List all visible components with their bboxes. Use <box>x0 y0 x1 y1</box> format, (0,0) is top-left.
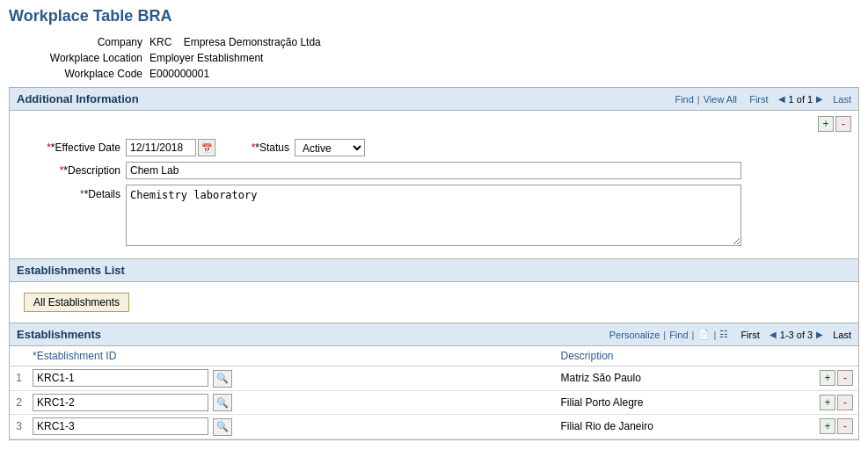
est-remove-btn[interactable]: - <box>837 418 853 434</box>
est-add-btn[interactable]: + <box>820 418 835 434</box>
first-label: First <box>749 94 768 105</box>
company-code: KRC <box>150 36 171 48</box>
est-add-btn[interactable]: + <box>820 370 835 386</box>
est-actions-cell: + - <box>814 390 858 415</box>
details-textarea[interactable] <box>126 185 741 246</box>
status-label: **Status <box>251 141 295 154</box>
est-prev-arrow[interactable]: ◀ <box>770 330 777 339</box>
est-search-btn[interactable]: 🔍 <box>213 394 232 411</box>
details-row: **Details <box>20 185 848 246</box>
establishments-list-wrapper: Establishments List All Establishments E… <box>10 258 858 439</box>
details-label: **Details <box>20 185 126 200</box>
workplace-code-value: E000000001 <box>150 68 209 80</box>
est-last-label: Last <box>833 330 851 340</box>
additional-info-nav: Find | View All First ◀ 1 of 1 ▶ Last <box>675 94 851 105</box>
establishments-header: Establishments Personalize | Find | 📄 | … <box>10 323 858 346</box>
remove-row-btn[interactable]: - <box>835 116 851 132</box>
establishments-nav: Personalize | Find | 📄 | ☷ First ◀ 1-3 o… <box>609 329 851 340</box>
company-value: KRC Empresa Demonstração Ltda <box>150 36 321 48</box>
all-establishments-btn[interactable]: All Establishments <box>24 293 129 312</box>
description-input[interactable] <box>126 162 741 179</box>
est-id-cell: 🔍 <box>27 366 555 391</box>
top-add-remove: + - <box>818 116 851 132</box>
est-id-cell: 🔍 <box>27 415 555 439</box>
est-description-cell: Matriz São Paulo <box>555 366 814 391</box>
status-label-text: *Status <box>255 141 289 154</box>
est-next-arrow[interactable]: ▶ <box>816 330 823 339</box>
est-search-btn[interactable]: 🔍 <box>213 370 232 388</box>
effective-date-label-text: *Effective Date <box>51 141 120 154</box>
row-num: 1 <box>10 366 27 391</box>
page-title: Workplace Table BRA <box>9 7 859 25</box>
est-id-input[interactable] <box>33 394 208 411</box>
calendar-btn[interactable]: 📅 <box>198 139 215 156</box>
view-all-link[interactable]: View All <box>704 94 737 105</box>
est-row-actions: + - <box>820 395 853 410</box>
establishments-title: Establishments <box>17 328 101 341</box>
table-row: 3 🔍 Filial Rio de Janeiro + - <box>10 415 858 439</box>
workplace-location-row: Workplace Location Employer Establishmen… <box>9 52 859 64</box>
form-fields: Company KRC Empresa Demonstração Ltda Wo… <box>9 36 859 80</box>
company-row: Company KRC Empresa Demonstração Ltda <box>9 36 859 48</box>
est-description-cell: Filial Porto Alegre <box>555 390 814 415</box>
est-remove-btn[interactable]: - <box>837 395 853 410</box>
est-id-cell: 🔍 <box>27 390 555 415</box>
establishments-list-header: Establishments List <box>10 259 858 282</box>
est-id-input[interactable] <box>33 369 208 387</box>
est-id-input[interactable] <box>33 417 208 435</box>
next-arrow[interactable]: ▶ <box>816 94 823 104</box>
est-row-actions: + - <box>820 418 853 434</box>
est-find-link[interactable]: Find <box>669 330 688 340</box>
workplace-location-value: Employer Establishment <box>150 52 263 64</box>
all-establishments-container: All Establishments <box>10 282 858 323</box>
col-actions <box>814 346 858 366</box>
col-establishment-id: *Establishment ID <box>27 346 555 366</box>
pagination: 1 of 1 <box>789 94 813 105</box>
est-personalize-link[interactable]: Personalize <box>609 330 660 340</box>
description-label-text: *Description <box>63 164 120 177</box>
workplace-code-row: Workplace Code E000000001 <box>9 68 859 80</box>
workplace-location-label: Workplace Location <box>9 52 150 64</box>
company-label: Company <box>9 36 150 48</box>
est-search-btn[interactable]: 🔍 <box>213 418 232 436</box>
additional-info-header: Additional Information Find | View All F… <box>10 88 858 111</box>
establishments-section: Establishments Personalize | Find | 📄 | … <box>10 323 858 439</box>
table-row: 2 🔍 Filial Porto Alegre + - <box>10 390 858 415</box>
effective-date-input[interactable] <box>126 139 196 156</box>
find-link[interactable]: Find <box>675 94 693 105</box>
row-num: 3 <box>10 415 27 439</box>
est-row-actions: + - <box>820 370 853 386</box>
effective-date-label: **Effective Date <box>20 141 126 154</box>
last-label: Last <box>833 94 851 105</box>
est-remove-btn[interactable]: - <box>837 370 853 386</box>
details-label-text: *Details <box>84 188 120 200</box>
description-row: **Description <box>20 162 848 179</box>
workplace-code-label: Workplace Code <box>9 68 150 80</box>
est-actions-cell: + - <box>814 415 858 439</box>
est-actions-cell: + - <box>814 366 858 391</box>
status-select[interactable]: Active Inactive <box>295 139 365 156</box>
additional-info-body: **Effective Date 📅 **Status Active Inact… <box>10 132 858 258</box>
est-add-btn[interactable]: + <box>820 395 835 410</box>
col-description: Description <box>555 346 814 366</box>
table-header-row: *Establishment ID Description <box>10 346 858 366</box>
est-first-label: First <box>740 330 759 340</box>
table-row: 1 🔍 Matriz São Paulo + - <box>10 366 858 391</box>
col-num <box>10 346 27 366</box>
additional-info-panel: Additional Information Find | View All F… <box>9 87 859 440</box>
establishments-table: *Establishment ID Description 1 🔍 Matriz… <box>10 346 858 439</box>
description-label: **Description <box>20 164 126 177</box>
effective-date-row: **Effective Date 📅 **Status Active Inact… <box>20 139 848 156</box>
prev-arrow[interactable]: ◀ <box>778 94 785 104</box>
est-description-cell: Filial Rio de Janeiro <box>555 415 814 439</box>
est-view-icon[interactable]: 📄 <box>697 329 710 340</box>
row-num: 2 <box>10 390 27 415</box>
add-row-btn[interactable]: + <box>818 116 834 132</box>
est-pagination: 1-3 of 3 <box>780 330 813 340</box>
establishments-list-title: Establishments List <box>17 264 125 277</box>
est-grid-icon[interactable]: ☷ <box>719 329 728 340</box>
additional-info-title: Additional Information <box>17 92 139 105</box>
company-name: Empresa Demonstração Ltda <box>184 36 321 48</box>
